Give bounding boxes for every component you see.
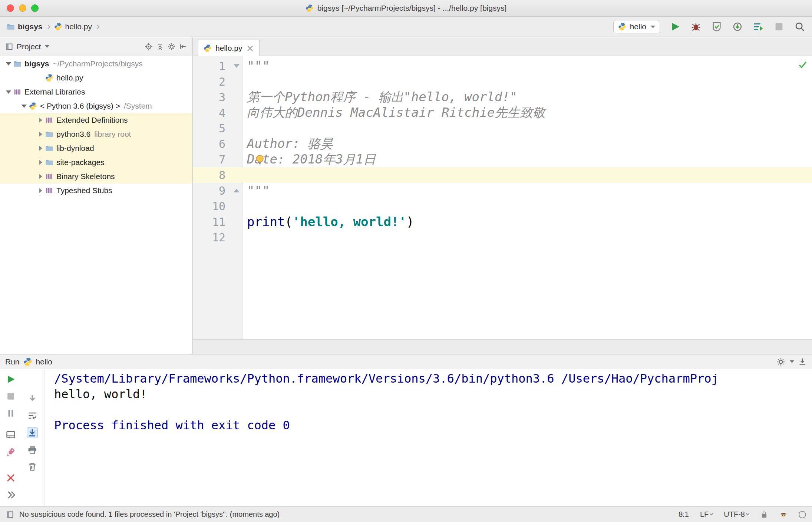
code-line-5: 5 xyxy=(193,120,812,136)
rocket-icon[interactable] xyxy=(5,446,16,457)
code-line-12: 12 xyxy=(193,229,812,245)
console-command-line: /System/Library/Frameworks/Python.framew… xyxy=(54,371,812,386)
tab-label: hello.py xyxy=(215,44,242,53)
folder-icon xyxy=(45,158,56,166)
caret-position[interactable]: 8:1 xyxy=(679,510,689,519)
chevron-right-icon xyxy=(46,24,50,29)
library-icon xyxy=(45,116,56,124)
titlebar: bigsys [~/PycharmProjects/bigsys] - .../… xyxy=(0,0,812,17)
soft-wrap-button[interactable] xyxy=(27,410,38,421)
code-editor[interactable]: 1 """ 2 3 第一个Python程序 - 输出"hello, world!… xyxy=(193,56,812,339)
tree-item-hello-py[interactable]: hello.py xyxy=(0,71,192,85)
chevron-collapsed-icon[interactable] xyxy=(36,160,45,165)
run-with-coverage-button[interactable] xyxy=(711,21,722,32)
inspection-ok-icon[interactable] xyxy=(798,60,808,69)
run-console[interactable]: /System/Library/Frameworks/Python.framew… xyxy=(44,369,812,506)
zoom-window-button[interactable] xyxy=(31,4,39,12)
toolwindow-toggle-icon[interactable] xyxy=(6,511,14,519)
code-line-7: 7 Date: 2018年3月1日 xyxy=(193,152,812,167)
tree-item-python-36[interactable]: < Python 3.6 (bigsys) > /System xyxy=(0,99,192,113)
profile-button[interactable] xyxy=(753,21,764,32)
tree-item-site-packages[interactable]: site-packages xyxy=(0,155,192,169)
tab-hello-py[interactable]: hello.py × xyxy=(198,40,260,56)
python-icon xyxy=(23,357,32,366)
chevron-collapsed-icon[interactable] xyxy=(36,132,45,137)
minimize-window-button[interactable] xyxy=(19,4,26,12)
code-line-4: 4 向伟大的Dennis MacAlistair Ritchie先生致敬 xyxy=(193,105,812,120)
console-exit-line: Process finished with exit code 0 xyxy=(54,417,812,433)
status-message: No suspicious code found. 1 files proces… xyxy=(19,510,673,519)
background-task-icon[interactable] xyxy=(799,511,806,518)
hide-chevrons-icon[interactable] xyxy=(5,489,16,500)
attach-to-process-button[interactable] xyxy=(732,21,743,32)
restore-layout-button[interactable] xyxy=(5,429,16,440)
clear-console-button[interactable] xyxy=(27,461,38,472)
chevron-collapsed-icon[interactable] xyxy=(36,188,45,193)
stop-button[interactable] xyxy=(5,391,16,402)
intention-bulb-icon[interactable] xyxy=(254,153,266,165)
project-toolwindow-icon xyxy=(5,43,13,51)
breadcrumb-item-hello-py[interactable]: hello.py xyxy=(54,22,92,31)
tree-item-bigsys[interactable]: bigsys ~/PycharmProjects/bigsys xyxy=(0,57,192,71)
fold-marker[interactable] xyxy=(225,64,242,68)
chevron-collapsed-icon[interactable] xyxy=(36,174,45,179)
line-number: 8 xyxy=(193,169,225,182)
scroll-to-end-button[interactable] xyxy=(27,427,38,438)
python-file-icon xyxy=(204,44,212,52)
search-everywhere-button[interactable] xyxy=(794,21,805,32)
library-icon xyxy=(13,88,24,96)
run-panel-header: Run hello xyxy=(0,354,812,369)
run-button[interactable] xyxy=(670,21,681,32)
close-window-button[interactable] xyxy=(7,4,14,12)
tree-item-extended-definitions[interactable]: Extended Definitions xyxy=(0,113,192,127)
run-configuration-select[interactable]: hello xyxy=(613,20,660,33)
editor-horizontal-scrollbar[interactable] xyxy=(193,339,812,354)
locate-file-button[interactable] xyxy=(145,43,153,51)
down-stack-trace-button[interactable] xyxy=(27,393,38,404)
chevron-expanded-icon[interactable] xyxy=(4,90,13,94)
close-panel-button[interactable] xyxy=(5,472,16,483)
chevron-down-icon xyxy=(710,512,713,516)
line-number: 4 xyxy=(193,106,225,119)
stop-button[interactable] xyxy=(773,21,785,32)
close-tab-icon[interactable]: × xyxy=(246,43,254,53)
breadcrumb: bigsys hello.py xyxy=(7,22,103,31)
tree-item-python36-library-root[interactable]: python3.6 library root xyxy=(0,127,192,141)
chevron-down-icon xyxy=(651,26,655,28)
line-number: 5 xyxy=(193,122,225,135)
tree-item-typeshed-stubs[interactable]: Typeshed Stubs xyxy=(0,184,192,198)
fold-marker[interactable] xyxy=(225,189,242,192)
chevron-collapsed-icon[interactable] xyxy=(36,146,45,151)
settings-gear-button[interactable] xyxy=(776,357,785,366)
folder-icon xyxy=(7,23,15,31)
app-icon xyxy=(306,4,314,12)
settings-gear-button[interactable] xyxy=(168,43,176,51)
rerun-button[interactable] xyxy=(5,374,16,385)
tree-item-binary-skeletons[interactable]: Binary Skeletons xyxy=(0,169,192,184)
tree-item-external-libraries[interactable]: External Libraries xyxy=(0,85,192,99)
line-number: 1 xyxy=(193,60,225,73)
line-separator-select[interactable]: LF xyxy=(700,510,713,519)
hector-inspector-icon[interactable] xyxy=(779,511,788,519)
project-panel-header: Project xyxy=(0,37,192,56)
code-line-2: 2 xyxy=(193,74,812,89)
lock-icon[interactable] xyxy=(760,511,768,519)
project-tree: bigsys ~/PycharmProjects/bigsys hello.py… xyxy=(0,56,192,354)
traffic-lights xyxy=(7,4,39,12)
encoding-select[interactable]: UTF-8 xyxy=(724,510,749,519)
dock-panel-button[interactable] xyxy=(798,357,807,366)
print-button[interactable] xyxy=(27,444,38,455)
tree-item-lib-dynload[interactable]: lib-dynload xyxy=(0,141,192,155)
code-line-3: 3 第一个Python程序 - 输出"hello, world!" xyxy=(193,89,812,105)
pause-output-button[interactable] xyxy=(5,408,16,419)
project-panel-title[interactable]: Project xyxy=(17,42,41,51)
hide-panel-button[interactable] xyxy=(179,43,187,51)
editor-area: hello.py × 1 """ 2 3 第 xyxy=(193,37,812,354)
breadcrumb-item-bigsys[interactable]: bigsys xyxy=(7,22,43,31)
collapse-all-button[interactable] xyxy=(156,43,164,51)
chevron-expanded-icon[interactable] xyxy=(4,62,13,66)
chevron-expanded-icon[interactable] xyxy=(19,105,29,108)
debug-button[interactable] xyxy=(690,21,702,32)
folder-icon xyxy=(13,60,24,68)
chevron-collapsed-icon[interactable] xyxy=(36,118,45,123)
